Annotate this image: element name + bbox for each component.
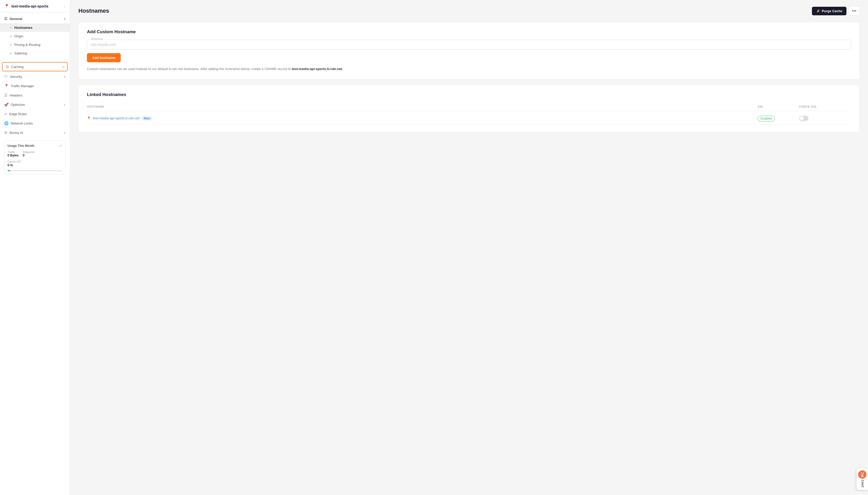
add-hostname-title: Add Custom Hostname	[87, 29, 851, 34]
sidebar-item-security[interactable]: 🛡 Security ∨	[0, 72, 70, 81]
bunny-ai-label: Bunny AI	[10, 131, 64, 135]
hostname-link[interactable]: test-media-api-sports.b-cdn.net	[93, 116, 140, 120]
traffic-label: Traffic	[7, 151, 19, 154]
cname-value: test-media-api-sports.b-cdn.net	[292, 67, 342, 71]
sidebar: 📍 test-media-api-sports ⌄ ☰ General ∧ Ho…	[0, 0, 70, 495]
hostname-input[interactable]	[87, 40, 851, 50]
sidebar-item-edge-rules[interactable]: ✂ Edge Rules	[0, 109, 70, 119]
usage-title: Usage This Month	[7, 144, 34, 148]
dot-icon	[10, 53, 12, 54]
sidebar-item-headers[interactable]: ☰ Headers	[0, 90, 70, 100]
dot-icon	[10, 36, 12, 37]
requests-label: Requests	[23, 151, 35, 154]
sidebar-item-origin[interactable]: Origin	[0, 32, 70, 40]
hostname-text: test-media-api-sports.b-cdn.net	[93, 116, 140, 120]
pricing-routing-label: Pricing & Routing	[14, 43, 40, 47]
caching-label: Caching	[11, 65, 62, 69]
bunny-ai-icon: ⚙	[4, 131, 7, 135]
general-chevron-icon: ∧	[64, 17, 66, 20]
traffic-stat: Traffic 0 Bytes	[7, 151, 19, 157]
origin-label: Origin	[14, 34, 23, 38]
zone-selector[interactable]: 📍 test-media-api-sports ⌄	[0, 0, 70, 13]
chat-widget[interactable]: 🐰 CHAT	[856, 468, 868, 490]
more-options-button[interactable]: •••	[849, 6, 860, 16]
traffic-manager-label: Traffic Manager	[11, 84, 66, 88]
general-icon: ☰	[4, 17, 7, 21]
divider	[0, 60, 70, 61]
sidebar-item-optimizer[interactable]: 🚀 Optimizer ∨	[0, 100, 70, 109]
sidebar-item-hostnames[interactable]: Hostnames	[0, 23, 70, 32]
cache-hit-value: 0 %	[7, 164, 62, 167]
table-header: HOSTNAME SSL FORCE SSL	[87, 102, 851, 111]
col-force-ssl: FORCE SSL	[799, 105, 851, 108]
safehop-label: SafeHop	[14, 51, 28, 55]
expand-icon[interactable]: ⤢	[59, 144, 62, 148]
col-hostname: HOSTNAME	[87, 105, 758, 108]
main-content: Hostnames ⚡ Purge Cache ••• Add Custom H…	[70, 0, 868, 495]
sidebar-item-safehop[interactable]: SafeHop	[0, 49, 70, 57]
sidebar-item-bunny-ai[interactable]: ⚙ Bunny AI ∨	[0, 128, 70, 137]
headers-label: Headers	[10, 93, 66, 97]
table-row: 📍 test-media-api-sports.b-cdn.net Main E…	[87, 112, 851, 125]
optimizer-chevron-icon: ∨	[64, 103, 66, 106]
add-hostname-button[interactable]: Add hostname	[87, 53, 121, 62]
hostname-location-icon: 📍	[87, 117, 91, 120]
hostname-cell: 📍 test-media-api-sports.b-cdn.net Main	[87, 116, 758, 120]
usage-progress-fill	[7, 170, 11, 171]
usage-progress-bar-container	[7, 170, 62, 171]
sidebar-item-traffic-manager[interactable]: 📍 Traffic Manager	[0, 81, 70, 90]
general-section: ☰ General ∧ Hostnames Origin Pricing & R…	[0, 13, 70, 59]
general-items: Hostnames Origin Pricing & Routing SafeH…	[0, 23, 70, 57]
page-header: Hostnames ⚡ Purge Cache •••	[78, 6, 860, 16]
add-hostname-card: Add Custom Hostname Required Add hostnam…	[78, 22, 860, 80]
caching-chevron-icon: ∨	[62, 65, 64, 68]
location-icon: 📍	[4, 4, 9, 8]
edge-rules-icon: ✂	[4, 112, 7, 116]
ssl-status-badge: Enabled	[758, 116, 775, 121]
toggle-knob	[800, 116, 804, 120]
linked-hostnames-title: Linked Hostnames	[87, 92, 851, 97]
bunny-ai-chevron-icon: ∨	[64, 131, 66, 134]
ssl-cell: Enabled	[758, 116, 799, 120]
page-title: Hostnames	[78, 7, 109, 14]
security-icon: 🛡	[4, 74, 8, 79]
hostname-input-group: Required	[87, 40, 851, 50]
optimizer-icon: 🚀	[4, 102, 9, 107]
chat-bunny-icon: 🐰	[858, 471, 866, 479]
purge-cache-label: Purge Cache	[822, 9, 842, 13]
requests-value: 0	[23, 154, 35, 157]
edge-rules-label: Edge Rules	[9, 112, 66, 116]
force-ssl-cell	[799, 116, 851, 121]
zone-name: test-media-api-sports	[12, 4, 61, 8]
chat-label: CHAT	[861, 480, 864, 488]
sidebar-item-network-limits[interactable]: 🌐 Network Limits	[0, 119, 70, 128]
sidebar-item-caching[interactable]: ☰ Caching ∨	[2, 62, 68, 71]
sidebar-item-pricing-routing[interactable]: Pricing & Routing	[0, 40, 70, 49]
general-label: General	[10, 17, 22, 21]
col-ssl: SSL	[758, 105, 799, 108]
zone-chevron-icon: ⌄	[63, 4, 66, 8]
usage-box-header: Usage This Month ⤢	[7, 144, 62, 148]
caching-icon: ☰	[6, 65, 9, 69]
main-badge: Main	[142, 116, 152, 120]
required-label: Required	[90, 37, 104, 40]
cache-hit-stat: Cache HIT 0 %	[7, 159, 62, 167]
header-actions: ⚡ Purge Cache •••	[812, 6, 860, 16]
hostnames-label: Hostnames	[14, 26, 32, 30]
optimizer-label: Optimizer	[11, 103, 64, 107]
general-section-header[interactable]: ☰ General ∧	[0, 14, 70, 23]
usage-box: Usage This Month ⤢ Traffic 0 Bytes Reque…	[4, 140, 66, 175]
requests-stat: Requests 0	[23, 151, 35, 157]
purge-icon: ⚡	[816, 9, 820, 13]
usage-stats: Traffic 0 Bytes Requests 0	[7, 151, 62, 157]
network-limits-label: Network Limits	[11, 121, 66, 125]
force-ssl-toggle[interactable]	[799, 116, 808, 121]
traffic-value: 0 Bytes	[7, 154, 19, 157]
input-wrapper: Required	[87, 40, 851, 50]
more-icon: •••	[852, 8, 856, 13]
linked-hostnames-card: Linked Hostnames HOSTNAME SSL FORCE SSL …	[78, 85, 860, 132]
dot-icon	[10, 27, 12, 29]
security-chevron-icon: ∨	[64, 75, 66, 78]
purge-cache-button[interactable]: ⚡ Purge Cache	[812, 7, 847, 15]
headers-icon: ☰	[4, 93, 7, 97]
